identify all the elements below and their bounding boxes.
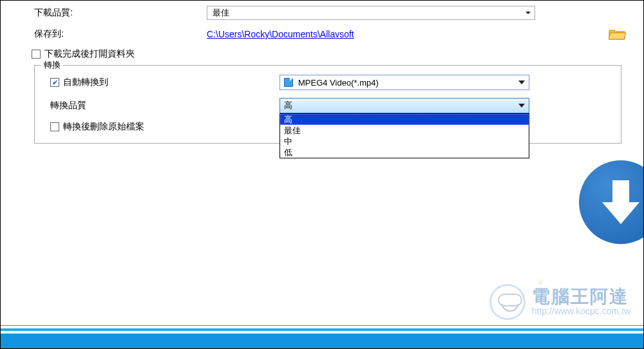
convert-quality-dropdown: 高 最佳 中 低	[279, 113, 529, 158]
convert-quality-option[interactable]: 高	[280, 114, 529, 125]
save-to-label: 保存到:	[34, 28, 207, 40]
download-quality-select[interactable]: 最佳	[207, 6, 535, 20]
convert-quality-option[interactable]: 低	[280, 147, 529, 158]
convert-quality-option[interactable]: 最佳	[280, 125, 529, 136]
open-folder-after-download-checkbox[interactable]: 下載完成後打開資料夾	[32, 48, 135, 60]
download-button[interactable]	[579, 160, 644, 244]
watermark-avatar-icon	[489, 284, 526, 320]
watermark-title: 電腦王阿達	[532, 288, 629, 306]
convert-groupbox: 轉換 ✔ 自動轉換到 MPEG4 Video(*.mp4) 轉換品質	[34, 65, 621, 144]
auto-convert-checkbox[interactable]: ✔ 自動轉換到	[50, 77, 108, 88]
download-arrow-icon	[598, 176, 643, 228]
convert-group-title: 轉換	[41, 59, 63, 71]
watermark-url: http://www.kocpc.com.tw	[532, 306, 630, 316]
checkbox-icon: ✔	[50, 78, 59, 87]
delete-original-label: 轉換後刪除原始檔案	[63, 121, 144, 133]
auto-convert-format-value: MPEG4 Video(*.mp4)	[298, 78, 379, 88]
chevron-down-icon	[526, 12, 531, 14]
save-to-path-link[interactable]: C:\Users\Rocky\Documents\Allavsoft	[207, 29, 354, 39]
delete-original-checkbox[interactable]: 轉換後刪除原始檔案	[50, 121, 144, 133]
convert-quality-option[interactable]: 中	[280, 136, 529, 147]
chevron-down-icon	[518, 104, 525, 108]
watermark: ♕ 電腦王阿達 http://www.kocpc.com.tw	[489, 284, 630, 320]
convert-quality-select[interactable]: 高	[279, 98, 529, 113]
open-folder-icon[interactable]	[609, 28, 627, 41]
download-quality-label: 下載品質:	[34, 7, 207, 19]
download-quality-value: 最佳	[213, 7, 229, 19]
auto-convert-label: 自動轉換到	[63, 77, 108, 88]
convert-quality-label: 轉換品質	[48, 100, 279, 111]
chevron-down-icon	[518, 80, 525, 84]
checkbox-icon	[50, 122, 59, 131]
convert-quality-value: 高	[284, 100, 292, 111]
footer-bar	[1, 325, 643, 348]
open-folder-after-download-label: 下載完成後打開資料夾	[44, 48, 135, 60]
auto-convert-format-select[interactable]: MPEG4 Video(*.mp4)	[279, 75, 529, 90]
checkbox-icon	[32, 50, 41, 59]
video-file-icon	[284, 78, 293, 87]
crown-icon: ♕	[537, 278, 544, 287]
